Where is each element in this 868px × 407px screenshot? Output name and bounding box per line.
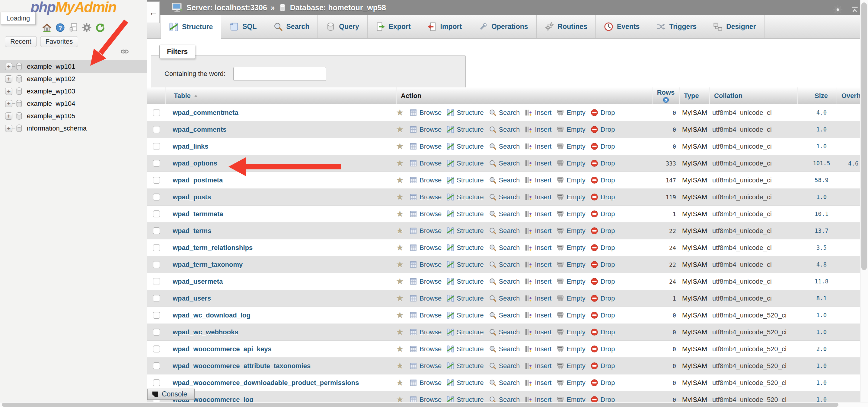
breadcrumb-server-link[interactable]: Server: localhost:3306	[187, 3, 267, 12]
action-structure-link[interactable]: Structure	[447, 379, 484, 387]
action-empty-link[interactable]: Empty	[557, 227, 585, 235]
action-insert-link[interactable]: Insert	[525, 126, 551, 134]
action-drop-link[interactable]: Drop	[591, 160, 615, 167]
action-drop-link[interactable]: Drop	[591, 311, 615, 319]
favorite-star-icon[interactable]: ★	[396, 243, 404, 252]
refresh-icon[interactable]	[95, 23, 105, 32]
action-drop-link[interactable]: Drop	[591, 210, 615, 218]
table-name-link[interactable]: wpad_postmeta	[173, 176, 223, 184]
row-checkbox[interactable]	[153, 194, 160, 201]
action-search-link[interactable]: Search	[489, 311, 520, 319]
action-empty-link[interactable]: Empty	[557, 278, 585, 285]
table-name-link[interactable]: wpad_wc_download_log	[173, 311, 250, 319]
table-name-link[interactable]: wpad_users	[173, 295, 211, 302]
action-search-link[interactable]: Search	[489, 193, 520, 201]
row-checkbox[interactable]	[153, 295, 160, 302]
action-structure-link[interactable]: Structure	[447, 295, 484, 302]
action-search-link[interactable]: Search	[489, 278, 520, 285]
expand-plus-icon[interactable]: +	[5, 100, 12, 107]
action-browse-link[interactable]: Browse	[409, 126, 441, 134]
link-icon[interactable]	[120, 47, 129, 56]
action-insert-link[interactable]: Insert	[525, 362, 551, 370]
action-browse-link[interactable]: Browse	[409, 261, 441, 269]
row-checkbox[interactable]	[153, 160, 160, 167]
row-checkbox[interactable]	[153, 345, 160, 352]
action-drop-link[interactable]: Drop	[591, 109, 615, 117]
action-insert-link[interactable]: Insert	[525, 345, 551, 353]
action-search-link[interactable]: Search	[489, 362, 520, 370]
action-structure-link[interactable]: Structure	[447, 396, 484, 403]
breadcrumb-database-link[interactable]: Database: hometour_wp58	[290, 3, 386, 12]
action-empty-link[interactable]: Empty	[557, 109, 585, 117]
action-search-link[interactable]: Search	[489, 244, 520, 252]
action-browse-link[interactable]: Browse	[409, 176, 441, 184]
action-drop-link[interactable]: Drop	[591, 295, 615, 302]
table-name-link[interactable]: wpad_term_taxonomy	[173, 261, 243, 268]
database-name[interactable]: example_wp102	[27, 75, 75, 83]
action-browse-link[interactable]: Browse	[409, 362, 441, 370]
database-name[interactable]: example_wp103	[27, 88, 75, 95]
favorite-star-icon[interactable]: ★	[396, 142, 404, 151]
action-empty-link[interactable]: Empty	[557, 126, 585, 134]
expand-plus-icon[interactable]: +	[5, 125, 12, 132]
console-button[interactable]: Console	[147, 388, 195, 400]
action-insert-link[interactable]: Insert	[525, 109, 551, 117]
row-checkbox[interactable]	[153, 177, 160, 183]
row-checkbox[interactable]	[153, 362, 160, 369]
action-drop-link[interactable]: Drop	[591, 379, 615, 387]
tab-search[interactable]: Search	[265, 15, 318, 38]
header-overhead[interactable]: Overhead	[837, 88, 860, 104]
action-browse-link[interactable]: Browse	[409, 379, 441, 387]
table-name-link[interactable]: wpad_term_relationships	[173, 244, 253, 251]
action-structure-link[interactable]: Structure	[447, 261, 484, 269]
action-insert-link[interactable]: Insert	[525, 210, 551, 218]
tab-query[interactable]: Query	[318, 15, 367, 38]
row-checkbox[interactable]	[153, 227, 160, 234]
action-browse-link[interactable]: Browse	[409, 328, 441, 336]
action-structure-link[interactable]: Structure	[447, 362, 484, 370]
expand-plus-icon[interactable]: +	[5, 75, 12, 82]
action-structure-link[interactable]: Structure	[447, 176, 484, 184]
action-structure-link[interactable]: Structure	[447, 227, 484, 235]
action-structure-link[interactable]: Structure	[447, 193, 484, 201]
action-empty-link[interactable]: Empty	[557, 362, 585, 370]
sidebar-item-example_wp103[interactable]: +example_wp103	[0, 85, 147, 97]
sidebar-item-example_wp101[interactable]: +example_wp101	[0, 60, 147, 73]
expand-plus-icon[interactable]: +	[5, 112, 12, 120]
row-checkbox[interactable]	[153, 109, 160, 116]
action-search-link[interactable]: Search	[489, 396, 520, 403]
action-browse-link[interactable]: Browse	[409, 295, 441, 302]
action-empty-link[interactable]: Empty	[557, 210, 585, 218]
row-checkbox[interactable]	[153, 329, 160, 336]
help-icon[interactable]	[56, 23, 65, 32]
action-drop-link[interactable]: Drop	[591, 126, 615, 134]
action-drop-link[interactable]: Drop	[591, 328, 615, 336]
action-empty-link[interactable]: Empty	[557, 244, 585, 252]
table-name-link[interactable]: wpad_comments	[173, 126, 227, 133]
action-insert-link[interactable]: Insert	[525, 278, 551, 285]
action-search-link[interactable]: Search	[489, 379, 520, 387]
row-checkbox[interactable]	[153, 126, 160, 133]
action-structure-link[interactable]: Structure	[447, 345, 484, 353]
action-browse-link[interactable]: Browse	[409, 109, 441, 117]
action-insert-link[interactable]: Insert	[525, 295, 551, 302]
action-empty-link[interactable]: Empty	[557, 295, 585, 302]
action-browse-link[interactable]: Browse	[409, 244, 441, 252]
action-empty-link[interactable]: Empty	[557, 328, 585, 336]
action-search-link[interactable]: Search	[489, 210, 520, 218]
action-insert-link[interactable]: Insert	[525, 261, 551, 269]
tab-triggers[interactable]: Triggers	[648, 15, 705, 38]
action-drop-link[interactable]: Drop	[591, 345, 615, 353]
action-structure-link[interactable]: Structure	[447, 210, 484, 218]
header-table[interactable]: Table	[165, 88, 396, 104]
action-structure-link[interactable]: Structure	[447, 311, 484, 319]
action-drop-link[interactable]: Drop	[591, 261, 615, 269]
row-checkbox[interactable]	[153, 143, 160, 150]
favorite-star-icon[interactable]: ★	[396, 328, 404, 336]
header-collation[interactable]: Collation	[709, 88, 797, 104]
row-checkbox[interactable]	[153, 379, 160, 386]
action-insert-link[interactable]: Insert	[525, 160, 551, 167]
action-empty-link[interactable]: Empty	[557, 176, 585, 184]
sidebar-item-example_wp105[interactable]: +example_wp105	[0, 110, 147, 122]
table-name-link[interactable]: wpad_woocommerce_attribute_taxonomies	[173, 362, 311, 370]
